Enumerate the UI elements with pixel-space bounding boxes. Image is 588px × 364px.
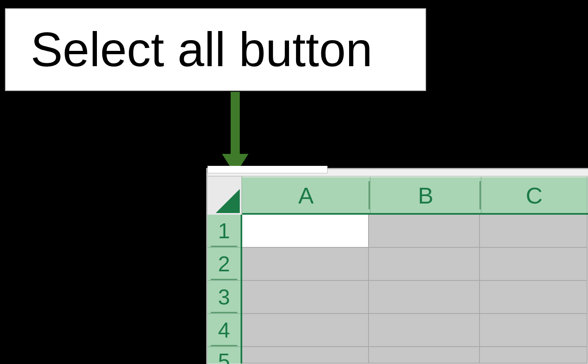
- row-divider[interactable]: [211, 312, 237, 313]
- column-header-c[interactable]: C: [482, 177, 588, 213]
- column-header-row: A B C: [207, 177, 588, 215]
- sheet-body: 1 2 3 4 5: [207, 215, 588, 364]
- cell-row: [242, 314, 588, 347]
- row-header-5[interactable]: 5: [207, 347, 241, 364]
- cell-c5[interactable]: [480, 347, 588, 364]
- spreadsheet-grid: A B C 1 2 3 4: [206, 168, 588, 364]
- row-header-label: 5: [218, 349, 230, 364]
- cell-a5[interactable]: [242, 347, 369, 364]
- row-header-label: 4: [218, 318, 230, 342]
- name-box-stub[interactable]: [207, 166, 328, 173]
- cell-c2[interactable]: [480, 248, 588, 281]
- cell-row: [242, 248, 588, 281]
- annotation-label-box: Select all button: [5, 8, 426, 91]
- cell-b4[interactable]: [369, 314, 480, 347]
- column-header-b[interactable]: B: [371, 177, 482, 213]
- cell-row: [242, 281, 588, 314]
- cell-c3[interactable]: [480, 281, 588, 314]
- column-header-label: C: [526, 182, 542, 209]
- cell-row: [242, 215, 588, 248]
- column-header-label: A: [298, 182, 313, 209]
- row-header-label: 1: [218, 218, 230, 243]
- column-divider[interactable]: [480, 181, 481, 210]
- cell-b1[interactable]: [369, 215, 480, 248]
- annotation-label-text: Select all button: [31, 22, 372, 77]
- row-divider[interactable]: [211, 279, 237, 280]
- cell-a3[interactable]: [242, 281, 369, 314]
- arrow-shaft: [231, 92, 240, 158]
- row-header-label: 3: [218, 285, 230, 309]
- row-divider[interactable]: [211, 345, 237, 346]
- select-all-triangle-icon: [216, 189, 240, 213]
- cell-b5[interactable]: [369, 347, 480, 364]
- row-header-2[interactable]: 2: [207, 248, 241, 281]
- cell-a1[interactable]: [242, 215, 369, 248]
- spreadsheet-top-bar: [207, 169, 588, 177]
- cell-area: [242, 215, 588, 364]
- column-header-label: B: [418, 182, 433, 209]
- select-all-button[interactable]: [207, 177, 242, 215]
- column-header-a[interactable]: A: [242, 177, 371, 213]
- row-header-4[interactable]: 4: [207, 314, 241, 347]
- cell-a2[interactable]: [242, 248, 369, 281]
- cell-c4[interactable]: [480, 314, 588, 347]
- row-header-label: 2: [218, 251, 230, 276]
- row-header-1[interactable]: 1: [207, 215, 241, 248]
- column-divider[interactable]: [369, 181, 370, 210]
- cell-b3[interactable]: [369, 281, 480, 314]
- cell-row: [242, 347, 588, 364]
- row-divider[interactable]: [211, 246, 237, 247]
- cell-c1[interactable]: [480, 215, 588, 248]
- cell-b2[interactable]: [369, 248, 480, 281]
- cell-a4[interactable]: [242, 314, 369, 347]
- row-header-column: 1 2 3 4 5: [207, 215, 242, 364]
- row-header-3[interactable]: 3: [207, 281, 241, 314]
